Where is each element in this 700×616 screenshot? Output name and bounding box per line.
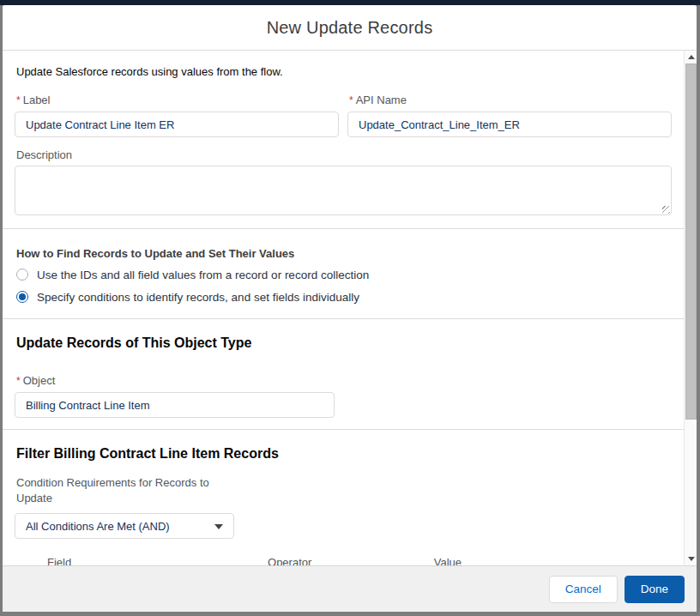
value-group: Value Aa Billing Contract Line Item fro.… bbox=[432, 556, 637, 565]
done-button[interactable]: Done bbox=[625, 576, 685, 603]
field-group: Field bbox=[45, 556, 251, 565]
filter-condition-row: Field Operator Equals Value Aa bbox=[45, 556, 672, 565]
divider bbox=[3, 318, 684, 319]
new-update-records-modal: New Update Records Update Salesforce rec… bbox=[3, 5, 697, 612]
api-name-field-group: *API Name bbox=[347, 93, 672, 137]
required-marker: * bbox=[16, 94, 21, 106]
modal-footer: Cancel Done bbox=[3, 565, 697, 612]
object-section-heading: Update Records of This Object Type bbox=[16, 335, 672, 351]
scrollbar-up-icon[interactable] bbox=[685, 51, 697, 63]
radio-button-unselected[interactable] bbox=[16, 269, 28, 281]
vertical-scrollbar[interactable] bbox=[684, 51, 697, 565]
value-label: Value bbox=[434, 556, 637, 565]
label-field-label: *Label bbox=[16, 93, 339, 108]
how-to-heading: How to Find Records to Update and Set Th… bbox=[16, 247, 672, 260]
scrollbar-thumb[interactable] bbox=[685, 63, 697, 420]
condition-requirements-select[interactable]: All Conditions Are Met (AND) bbox=[15, 513, 234, 539]
operator-label: Operator bbox=[268, 556, 420, 565]
description-field-label: Description bbox=[16, 148, 672, 162]
radio-option-use-ids[interactable]: Use the IDs and all field values from a … bbox=[16, 265, 672, 284]
label-input[interactable] bbox=[15, 112, 339, 137]
object-field-label: *Object bbox=[16, 373, 672, 389]
label-api-row: *Label *API Name bbox=[15, 93, 672, 137]
cancel-button[interactable]: Cancel bbox=[549, 576, 618, 603]
intro-text: Update Salesforce records using values f… bbox=[16, 65, 672, 78]
api-name-input[interactable] bbox=[347, 112, 672, 137]
modal-header: New Update Records bbox=[3, 5, 697, 51]
divider bbox=[3, 429, 684, 430]
label-field-group: *Label bbox=[15, 93, 339, 137]
api-name-field-label: *API Name bbox=[349, 93, 672, 108]
required-marker: * bbox=[16, 375, 21, 387]
required-marker: * bbox=[349, 94, 353, 106]
condition-requirements-value: All Conditions Are Met (AND) bbox=[26, 520, 170, 533]
scroll-content: Update Salesforce records using values f… bbox=[3, 51, 684, 565]
radio-option-label: Specify conditions to identify records, … bbox=[37, 291, 359, 304]
divider bbox=[3, 228, 684, 229]
object-field-group: *Object bbox=[15, 373, 672, 418]
description-field-group: Description bbox=[15, 148, 672, 215]
radio-button-selected[interactable] bbox=[16, 291, 28, 303]
screen-frame: New Update Records Update Salesforce rec… bbox=[0, 0, 700, 616]
scrollbar-down-icon[interactable] bbox=[685, 553, 697, 565]
description-textarea[interactable] bbox=[15, 166, 672, 215]
page-title: New Update Records bbox=[267, 18, 433, 38]
operator-group: Operator Equals bbox=[266, 556, 420, 565]
filter-section-heading: Filter Billing Contract Line Item Record… bbox=[16, 446, 672, 462]
radio-option-label: Use the IDs and all field values from a … bbox=[37, 269, 369, 281]
modal-body: Update Salesforce records using values f… bbox=[3, 51, 697, 565]
field-label: Field bbox=[47, 556, 251, 565]
chevron-down-icon bbox=[214, 524, 223, 529]
condition-requirements-label: Condition Requirements for Records to Up… bbox=[16, 475, 239, 506]
radio-option-specify-conditions[interactable]: Specify conditions to identify records, … bbox=[16, 287, 672, 306]
object-input[interactable] bbox=[15, 392, 335, 418]
